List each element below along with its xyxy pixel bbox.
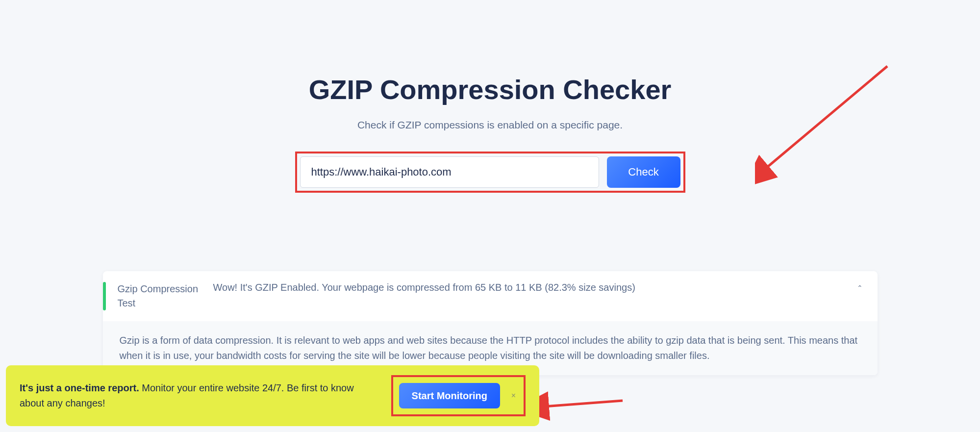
result-header[interactable]: Gzip Compression Test Wow! It's GZIP Ena… — [103, 271, 878, 321]
chevron-up-icon[interactable]: ⌃ — [857, 284, 863, 292]
url-input[interactable] — [300, 156, 599, 188]
check-button[interactable]: Check — [607, 156, 680, 188]
page-title: GZIP Compression Checker — [0, 74, 980, 105]
close-icon[interactable]: × — [511, 391, 516, 400]
banner-text-bold: It's just a one-time report. — [20, 382, 139, 393]
annotation-arrow-2 — [539, 386, 628, 425]
result-card: Gzip Compression Test Wow! It's GZIP Ena… — [103, 271, 878, 375]
banner-text: It's just a one-time report. Monitor you… — [20, 381, 391, 411]
svg-line-3 — [544, 401, 623, 407]
test-result-message: Wow! It's GZIP Enabled. Your webpage is … — [213, 282, 861, 293]
start-monitoring-button[interactable]: Start Monitoring — [399, 383, 500, 408]
status-bar-pass — [103, 282, 106, 310]
page-subtitle: Check if GZIP compessions is enabled on … — [0, 119, 980, 131]
search-row-annotation: Check — [295, 152, 685, 193]
test-name: Gzip Compression Test — [118, 282, 213, 310]
upsell-banner: It's just a one-time report. Monitor you… — [6, 365, 539, 426]
banner-cta-annotation: Start Monitoring × — [391, 375, 526, 416]
